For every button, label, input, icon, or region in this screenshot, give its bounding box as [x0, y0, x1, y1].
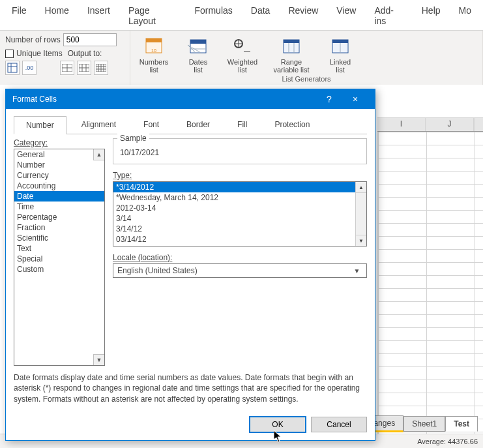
dialog-tab-border[interactable]: Border	[174, 115, 222, 134]
ribbon-tab-view[interactable]: View	[327, 1, 365, 30]
dialog-tab-protection[interactable]: Protection	[262, 115, 322, 134]
category-scroll-up[interactable]: ▲	[93, 149, 104, 160]
dialog-tab-number[interactable]: Number	[14, 116, 66, 134]
dialog-tab-fill[interactable]: Fill	[225, 115, 259, 134]
output-grid-button-3[interactable]	[94, 61, 108, 75]
ribbon-tab-formulas[interactable]: Formulas	[185, 1, 241, 30]
dialog-button-row: OK Cancel	[6, 411, 375, 440]
ribbon-tab-bar: File Home Insert Page Layout Formulas Da…	[0, 0, 483, 31]
cell-grid[interactable]	[377, 132, 483, 445]
category-listbox[interactable]: General Number Currency Accounting Date …	[14, 149, 105, 366]
numbers-list-button[interactable]: 10 Numberslist	[136, 36, 172, 74]
range-variable-list-button[interactable]: Rangevariable list	[269, 36, 314, 74]
type-scroll-up-icon[interactable]: ▲	[356, 182, 366, 193]
svg-rect-17	[146, 38, 162, 42]
column-headers: I J	[377, 117, 483, 132]
linked-list-button[interactable]: Linkedlist	[322, 36, 359, 74]
sheet-tab-sheet1[interactable]: Sheet1	[403, 416, 445, 432]
svg-text:10: 10	[151, 48, 156, 53]
weighted-list-icon	[232, 36, 253, 57]
type-item-6[interactable]: 14-Mar	[113, 245, 366, 246]
output-grid-button-2[interactable]	[77, 61, 91, 75]
dates-list-button[interactable]: Dateslist	[180, 36, 216, 74]
ribbon-tab-data[interactable]: Data	[242, 1, 280, 30]
type-item-5[interactable]: 03/14/12	[113, 234, 366, 245]
dialog-tab-alignment[interactable]: Alignment	[69, 115, 128, 134]
svg-rect-20	[190, 40, 206, 44]
sample-value: 10/17/2021	[120, 143, 360, 157]
dialog-help-button[interactable]: ?	[316, 94, 342, 104]
ribbon-tab-more[interactable]: Mo	[450, 1, 480, 30]
table-icon	[7, 63, 18, 73]
type-item-1[interactable]: *Wednesday, March 14, 2012	[113, 192, 366, 203]
category-item-time[interactable]: Time	[14, 202, 104, 212]
io-option-button-2[interactable]: .00	[22, 61, 37, 75]
sheet-tab-bar: Ranges Sheet1 Test	[360, 415, 478, 432]
sample-box: Sample 10/17/2021	[113, 138, 367, 164]
linked-list-icon	[330, 36, 351, 57]
category-scroll-down[interactable]: ▼	[93, 354, 104, 365]
category-item-date[interactable]: Date	[14, 191, 104, 202]
ribbon-tab-addins[interactable]: Add-ins	[365, 1, 412, 30]
range-list-icon	[281, 36, 302, 57]
type-scrollbar[interactable]: ▲ ▼	[355, 182, 366, 246]
category-item-accounting[interactable]: Accounting	[14, 181, 104, 191]
ribbon-tab-help[interactable]: Help	[413, 1, 450, 30]
dialog-close-button[interactable]: ×	[342, 94, 368, 104]
unique-items-checkbox[interactable]	[5, 50, 14, 58]
type-label: Type:	[113, 171, 367, 180]
weighted-list-button[interactable]: Weightedlist	[224, 36, 261, 74]
dialog-tab-bar: Number Alignment Font Border Fill Protec…	[14, 115, 367, 134]
dialog-title-bar[interactable]: Format Cells ? ×	[6, 89, 375, 109]
ok-button[interactable]: OK	[250, 417, 306, 432]
type-item-2[interactable]: 2012-03-14	[113, 203, 366, 213]
category-item-percentage[interactable]: Percentage	[14, 212, 104, 222]
dates-list-icon	[188, 36, 209, 57]
output-grid-button-1[interactable]	[60, 61, 74, 75]
status-average: Average: 44376.66	[417, 438, 478, 445]
category-item-number[interactable]: Number	[14, 160, 104, 170]
svg-rect-28	[284, 40, 299, 43]
category-label: Category:	[14, 138, 105, 147]
category-item-scientific[interactable]: Scientific	[14, 233, 104, 243]
output-to-label: Output to:	[68, 49, 102, 58]
category-item-custom[interactable]: Custom	[14, 264, 104, 275]
locale-label: Locale (location):	[113, 253, 367, 262]
ribbon-tab-insert[interactable]: Insert	[78, 1, 119, 30]
grid-icon	[96, 64, 106, 72]
category-item-fraction[interactable]: Fraction	[14, 222, 104, 233]
category-item-item-special[interactable]: Special	[14, 254, 104, 264]
ribbon-tab-home[interactable]: Home	[36, 1, 78, 30]
col-header-j[interactable]: J	[426, 118, 474, 131]
svg-rect-0	[8, 63, 17, 72]
locale-value: English (United States)	[117, 266, 198, 275]
type-item-4[interactable]: 3/14/12	[113, 224, 366, 234]
category-item-text[interactable]: Text	[14, 243, 104, 254]
chevron-down-icon: ▼	[351, 267, 362, 275]
format-description: Date formats display date and time seria…	[14, 366, 367, 411]
rows-label: Number of rows	[5, 35, 61, 44]
type-item-0[interactable]: *3/14/2012	[113, 182, 366, 192]
dialog-tab-font[interactable]: Font	[131, 115, 171, 134]
ribbon-tab-review[interactable]: Review	[279, 1, 327, 30]
locale-dropdown[interactable]: English (United States) ▼	[113, 263, 367, 278]
io-option-button-1[interactable]	[5, 61, 20, 75]
category-item-currency[interactable]: Currency	[14, 170, 104, 181]
type-item-3[interactable]: 3/14	[113, 213, 366, 224]
dialog-title: Format Cells	[12, 95, 57, 104]
sample-label: Sample	[117, 134, 149, 143]
type-listbox[interactable]: *3/14/2012 *Wednesday, March 14, 2012 20…	[113, 181, 367, 246]
grid-icon	[79, 64, 89, 72]
cancel-button[interactable]: Cancel	[311, 417, 367, 432]
generators-group-label: List Generators	[136, 74, 477, 83]
grid-icon	[62, 64, 72, 72]
category-item-general[interactable]: General	[14, 149, 104, 160]
col-header-i[interactable]: I	[377, 118, 426, 131]
ribbon-tab-page-layout[interactable]: Page Layout	[119, 1, 186, 30]
format-cells-dialog: Format Cells ? × Number Alignment Font B…	[5, 89, 375, 441]
type-scroll-down-icon[interactable]: ▼	[356, 235, 366, 246]
rows-input[interactable]	[63, 33, 117, 46]
sheet-tab-test[interactable]: Test	[445, 416, 478, 432]
ribbon-tab-file[interactable]: File	[3, 1, 36, 30]
numbers-list-icon: 10	[143, 36, 164, 57]
